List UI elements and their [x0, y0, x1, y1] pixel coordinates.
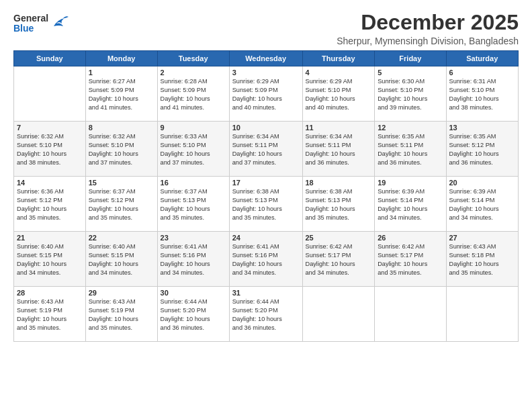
day-info: Sunrise: 6:34 AM Sunset: 5:11 PM Dayligh… — [306, 132, 372, 167]
calendar-cell: 19Sunrise: 6:39 AM Sunset: 5:14 PM Dayli… — [375, 177, 446, 232]
header: General Blue December 2025 Sherpur, Myme… — [13, 11, 519, 46]
calendar-cell: 5Sunrise: 6:30 AM Sunset: 5:10 PM Daylig… — [375, 66, 446, 122]
day-info: Sunrise: 6:44 AM Sunset: 5:20 PM Dayligh… — [232, 298, 300, 332]
day-number: 7 — [17, 124, 83, 132]
calendar-cell: 25Sunrise: 6:42 AM Sunset: 5:17 PM Dayli… — [302, 232, 375, 287]
day-number: 12 — [378, 124, 443, 132]
day-info: Sunrise: 6:37 AM Sunset: 5:12 PM Dayligh… — [89, 187, 154, 222]
day-info: Sunrise: 6:32 AM Sunset: 5:10 PM Dayligh… — [17, 132, 83, 167]
calendar-cell: 2Sunrise: 6:28 AM Sunset: 5:09 PM Daylig… — [157, 66, 229, 122]
day-info: Sunrise: 6:39 AM Sunset: 5:14 PM Dayligh… — [378, 187, 443, 222]
day-number: 3 — [232, 68, 300, 77]
calendar-cell — [446, 287, 519, 342]
calendar-cell: 1Sunrise: 6:27 AM Sunset: 5:09 PM Daylig… — [85, 66, 157, 122]
calendar-cell: 9Sunrise: 6:33 AM Sunset: 5:10 PM Daylig… — [157, 122, 229, 177]
day-number: 11 — [306, 124, 372, 132]
day-info: Sunrise: 6:42 AM Sunset: 5:17 PM Dayligh… — [306, 242, 372, 277]
calendar-cell: 22Sunrise: 6:40 AM Sunset: 5:15 PM Dayli… — [85, 232, 157, 287]
day-number: 23 — [161, 234, 226, 242]
day-info: Sunrise: 6:28 AM Sunset: 5:09 PM Dayligh… — [161, 77, 226, 112]
day-number: 10 — [232, 124, 300, 132]
calendar: SundayMondayTuesdayWednesdayThursdayFrid… — [13, 50, 519, 342]
day-info: Sunrise: 6:29 AM Sunset: 5:10 PM Dayligh… — [306, 77, 372, 112]
weekday-header-thursday: Thursday — [302, 51, 375, 66]
day-info: Sunrise: 6:40 AM Sunset: 5:15 PM Dayligh… — [17, 242, 83, 277]
logo-blue: Blue — [13, 24, 48, 34]
day-info: Sunrise: 6:40 AM Sunset: 5:15 PM Dayligh… — [89, 242, 154, 277]
day-info: Sunrise: 6:35 AM Sunset: 5:12 PM Dayligh… — [449, 132, 516, 167]
day-number: 31 — [232, 289, 300, 297]
day-number: 26 — [378, 234, 443, 242]
calendar-cell: 8Sunrise: 6:32 AM Sunset: 5:10 PM Daylig… — [85, 122, 157, 177]
calendar-cell: 24Sunrise: 6:41 AM Sunset: 5:16 PM Dayli… — [229, 232, 302, 287]
day-info: Sunrise: 6:27 AM Sunset: 5:09 PM Dayligh… — [89, 77, 154, 112]
calendar-cell: 7Sunrise: 6:32 AM Sunset: 5:10 PM Daylig… — [14, 122, 86, 177]
day-info: Sunrise: 6:32 AM Sunset: 5:10 PM Dayligh… — [89, 132, 154, 167]
calendar-cell: 21Sunrise: 6:40 AM Sunset: 5:15 PM Dayli… — [14, 232, 86, 287]
day-info: Sunrise: 6:34 AM Sunset: 5:11 PM Dayligh… — [232, 132, 300, 167]
logo-bird-icon — [51, 14, 70, 30]
calendar-cell: 16Sunrise: 6:37 AM Sunset: 5:13 PM Dayli… — [157, 177, 229, 232]
day-info: Sunrise: 6:41 AM Sunset: 5:16 PM Dayligh… — [161, 242, 226, 277]
calendar-cell — [14, 66, 86, 122]
calendar-cell: 31Sunrise: 6:44 AM Sunset: 5:20 PM Dayli… — [229, 287, 302, 342]
day-number: 6 — [449, 68, 516, 77]
day-number: 20 — [449, 179, 516, 187]
day-number: 14 — [17, 179, 83, 187]
calendar-cell: 30Sunrise: 6:44 AM Sunset: 5:20 PM Dayli… — [157, 287, 229, 342]
calendar-cell: 14Sunrise: 6:36 AM Sunset: 5:12 PM Dayli… — [14, 177, 86, 232]
calendar-week-1: 1Sunrise: 6:27 AM Sunset: 5:09 PM Daylig… — [14, 66, 519, 122]
day-info: Sunrise: 6:31 AM Sunset: 5:10 PM Dayligh… — [449, 77, 516, 112]
day-number: 1 — [89, 68, 154, 77]
calendar-cell: 27Sunrise: 6:43 AM Sunset: 5:18 PM Dayli… — [446, 232, 519, 287]
calendar-cell: 20Sunrise: 6:39 AM Sunset: 5:14 PM Dayli… — [446, 177, 519, 232]
calendar-cell: 29Sunrise: 6:43 AM Sunset: 5:19 PM Dayli… — [85, 287, 157, 342]
calendar-cell — [302, 287, 375, 342]
page: General Blue December 2025 Sherpur, Myme… — [0, 0, 532, 411]
day-number: 28 — [17, 289, 83, 297]
calendar-week-5: 28Sunrise: 6:43 AM Sunset: 5:19 PM Dayli… — [14, 287, 519, 342]
title-block: December 2025 Sherpur, Mymensingh Divisi… — [337, 11, 519, 46]
month-title: December 2025 — [337, 11, 519, 34]
calendar-cell: 13Sunrise: 6:35 AM Sunset: 5:12 PM Dayli… — [446, 122, 519, 177]
weekday-header-friday: Friday — [375, 51, 446, 66]
day-info: Sunrise: 6:41 AM Sunset: 5:16 PM Dayligh… — [232, 242, 300, 277]
calendar-week-2: 7Sunrise: 6:32 AM Sunset: 5:10 PM Daylig… — [14, 122, 519, 177]
day-number: 4 — [306, 68, 372, 77]
day-info: Sunrise: 6:38 AM Sunset: 5:13 PM Dayligh… — [306, 187, 372, 222]
day-info: Sunrise: 6:29 AM Sunset: 5:09 PM Dayligh… — [232, 77, 300, 112]
calendar-cell: 18Sunrise: 6:38 AM Sunset: 5:13 PM Dayli… — [302, 177, 375, 232]
calendar-cell: 3Sunrise: 6:29 AM Sunset: 5:09 PM Daylig… — [229, 66, 302, 122]
day-info: Sunrise: 6:44 AM Sunset: 5:20 PM Dayligh… — [161, 298, 226, 332]
location: Sherpur, Mymensingh Division, Bangladesh — [337, 36, 519, 46]
calendar-cell: 12Sunrise: 6:35 AM Sunset: 5:11 PM Dayli… — [375, 122, 446, 177]
day-info: Sunrise: 6:43 AM Sunset: 5:18 PM Dayligh… — [449, 242, 516, 277]
weekday-header-tuesday: Tuesday — [157, 51, 229, 66]
weekday-header-wednesday: Wednesday — [229, 51, 302, 66]
day-number: 25 — [306, 234, 372, 242]
day-info: Sunrise: 6:43 AM Sunset: 5:19 PM Dayligh… — [17, 298, 83, 332]
day-number: 21 — [17, 234, 83, 242]
calendar-cell: 6Sunrise: 6:31 AM Sunset: 5:10 PM Daylig… — [446, 66, 519, 122]
day-number: 19 — [378, 179, 443, 187]
weekday-header-sunday: Sunday — [14, 51, 86, 66]
day-number: 2 — [161, 68, 226, 77]
day-number: 17 — [232, 179, 300, 187]
day-number: 13 — [449, 124, 516, 132]
calendar-cell: 17Sunrise: 6:38 AM Sunset: 5:13 PM Dayli… — [229, 177, 302, 232]
day-number: 27 — [449, 234, 516, 242]
day-info: Sunrise: 6:33 AM Sunset: 5:10 PM Dayligh… — [161, 132, 226, 167]
calendar-cell: 15Sunrise: 6:37 AM Sunset: 5:12 PM Dayli… — [85, 177, 157, 232]
day-info: Sunrise: 6:36 AM Sunset: 5:12 PM Dayligh… — [17, 187, 83, 222]
day-info: Sunrise: 6:38 AM Sunset: 5:13 PM Dayligh… — [232, 187, 300, 222]
weekday-header-monday: Monday — [85, 51, 157, 66]
weekday-header-row: SundayMondayTuesdayWednesdayThursdayFrid… — [14, 51, 519, 66]
calendar-cell: 26Sunrise: 6:42 AM Sunset: 5:17 PM Dayli… — [375, 232, 446, 287]
day-number: 5 — [378, 68, 443, 77]
day-info: Sunrise: 6:35 AM Sunset: 5:11 PM Dayligh… — [378, 132, 443, 167]
day-number: 30 — [161, 289, 226, 297]
calendar-cell: 10Sunrise: 6:34 AM Sunset: 5:11 PM Dayli… — [229, 122, 302, 177]
day-number: 16 — [161, 179, 226, 187]
day-number: 8 — [89, 124, 154, 132]
calendar-week-4: 21Sunrise: 6:40 AM Sunset: 5:15 PM Dayli… — [14, 232, 519, 287]
